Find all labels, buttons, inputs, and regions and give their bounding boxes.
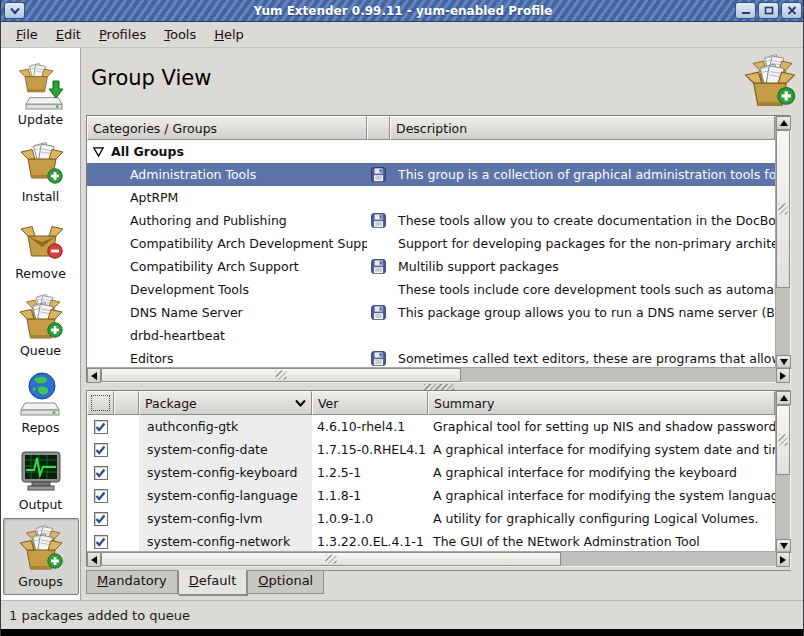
group-row[interactable]: Development Tools These tools include co… — [87, 278, 775, 301]
checkbox-checked[interactable] — [94, 420, 108, 434]
page-title: Group View — [91, 66, 211, 90]
groups-table: Categories / Groups Description All Grou… — [86, 115, 791, 383]
tab-default[interactable]: Default — [178, 570, 248, 595]
checkbox-checked[interactable] — [94, 535, 108, 549]
sidebar-item-label: Remove — [15, 266, 66, 281]
checkbox-checked[interactable] — [94, 466, 108, 480]
check-icon — [95, 491, 106, 501]
statusbar: 1 packages added to queue — [1, 600, 804, 629]
column-header-checkbox[interactable] — [87, 391, 114, 415]
close-button[interactable] — [781, 2, 802, 19]
installed-floppy-icon — [371, 305, 386, 320]
scroll-right-button[interactable] — [776, 368, 790, 383]
group-row[interactable]: Authoring and Publishing These tools all… — [87, 209, 775, 232]
sidebar-item-queue[interactable]: Queue — [3, 287, 79, 364]
group-row[interactable]: Editors Sometimes called text editors, t… — [87, 347, 775, 369]
column-header-state[interactable] — [114, 391, 139, 415]
group-row[interactable]: DNS Name Server This package group allow… — [87, 301, 775, 324]
packages-list: authconfig-gtk 4.6.10-rhel4.1 Graphical … — [87, 415, 775, 553]
window-title: Yum Extender 0.99.11 - yum-enabled Profi… — [1, 4, 804, 18]
box-groups-icon — [16, 525, 66, 573]
sidebar-item-install[interactable]: Install — [3, 133, 79, 210]
box-queue-icon — [16, 294, 66, 342]
tab-mandatory[interactable]: Mandatory — [86, 571, 178, 594]
scroll-up-button[interactable] — [776, 391, 791, 405]
scroll-thumb[interactable] — [776, 405, 790, 475]
column-header-package[interactable]: Package — [139, 391, 312, 415]
expander-icon[interactable] — [93, 147, 104, 157]
package-row[interactable]: system-config-date 1.7.15-0.RHEL4.1 A gr… — [87, 438, 775, 461]
group-row-selected[interactable]: Administration Tools This group is a col… — [87, 163, 775, 186]
arrow-up-icon — [780, 116, 788, 126]
groups-horizontal-scrollbar[interactable] — [87, 367, 790, 382]
column-header-group-icon[interactable] — [367, 116, 390, 140]
minimize-icon — [741, 6, 751, 15]
scroll-left-button[interactable] — [87, 368, 101, 383]
scroll-thumb[interactable] — [101, 552, 561, 566]
checkbox-checked[interactable] — [94, 512, 108, 526]
group-row[interactable]: Compatibility Arch Support Multilib supp… — [87, 255, 775, 278]
group-row[interactable]: AptRPM — [87, 186, 775, 209]
sidebar-item-repos[interactable]: Repos — [3, 364, 79, 441]
groups-vertical-scrollbar[interactable] — [775, 116, 790, 369]
sidebar-item-update[interactable]: Update — [3, 56, 79, 133]
sidebar: Update Install Remove Queue — [1, 48, 81, 600]
menu-file[interactable]: File — [7, 24, 47, 45]
package-row[interactable]: system-config-lvm 1.0.9-1.0 A utility fo… — [87, 507, 775, 530]
scroll-right-button[interactable] — [776, 552, 790, 567]
menu-profiles[interactable]: Profiles — [90, 24, 155, 45]
column-header-categories[interactable]: Categories / Groups — [87, 116, 367, 140]
column-header-ver[interactable]: Ver — [312, 391, 428, 415]
package-row[interactable]: authconfig-gtk 4.6.10-rhel4.1 Graphical … — [87, 415, 775, 438]
sidebar-item-label: Repos — [22, 420, 60, 435]
window-menu-button[interactable] — [4, 2, 25, 19]
sidebar-item-remove[interactable]: Remove — [3, 210, 79, 287]
checkbox-checked[interactable] — [94, 443, 108, 457]
menu-help[interactable]: Help — [205, 24, 253, 45]
scroll-up-button[interactable] — [776, 116, 791, 130]
titlebar[interactable]: Yum Extender 0.99.11 - yum-enabled Profi… — [1, 0, 804, 22]
window-bottom-edge — [1, 629, 804, 636]
package-row[interactable]: system-config-language 1.1.8-1 A graphic… — [87, 484, 775, 507]
check-icon — [95, 468, 106, 478]
group-row[interactable]: Compatibility Arch Development Support S… — [87, 232, 775, 255]
check-icon — [95, 514, 106, 524]
checkbox-checked[interactable] — [94, 489, 108, 503]
sidebar-item-output[interactable]: Output — [3, 441, 79, 518]
installed-floppy-icon — [371, 351, 386, 366]
status-text: 1 packages added to queue — [9, 608, 190, 623]
installed-floppy-icon — [371, 259, 386, 274]
column-header-summary[interactable]: Summary — [428, 391, 775, 415]
package-type-tabs: Mandatory Default Optional — [86, 570, 791, 596]
menu-tools[interactable]: Tools — [155, 24, 205, 45]
sidebar-item-label: Groups — [18, 574, 63, 589]
maximize-icon — [764, 6, 774, 15]
close-icon — [787, 6, 797, 15]
box-remove-icon — [16, 217, 66, 265]
packages-horizontal-scrollbar[interactable] — [87, 551, 790, 566]
group-row[interactable]: drbd-heartbeat — [87, 324, 775, 347]
arrow-right-icon — [780, 372, 790, 380]
sidebar-item-label: Update — [18, 112, 63, 127]
scroll-thumb[interactable] — [776, 130, 790, 288]
app-window: Yum Extender 0.99.11 - yum-enabled Profi… — [0, 0, 804, 636]
menubar: File Edit Profiles Tools Help — [1, 22, 804, 48]
box-install-icon — [16, 140, 66, 188]
group-row[interactable]: All Groups — [87, 140, 775, 163]
maximize-button[interactable] — [758, 2, 779, 19]
minimize-button[interactable] — [735, 2, 756, 19]
scroll-left-button[interactable] — [87, 552, 101, 567]
pane-splitter[interactable] — [86, 383, 791, 390]
box-update-icon — [16, 63, 66, 111]
check-icon — [95, 422, 106, 432]
globe-drive-icon — [16, 371, 66, 419]
column-header-description[interactable]: Description — [390, 116, 775, 140]
tab-optional[interactable]: Optional — [247, 571, 324, 594]
sidebar-item-label: Queue — [20, 343, 61, 358]
package-row[interactable]: system-config-keyboard 1.2.5-1 A graphic… — [87, 461, 775, 484]
scroll-thumb[interactable] — [101, 368, 461, 382]
menu-edit[interactable]: Edit — [47, 24, 90, 45]
sidebar-item-groups[interactable]: Groups — [3, 518, 79, 595]
package-row[interactable]: system-config-network 1.3.22.0.EL.4.1-1 … — [87, 530, 775, 553]
packages-vertical-scrollbar[interactable] — [775, 391, 790, 553]
